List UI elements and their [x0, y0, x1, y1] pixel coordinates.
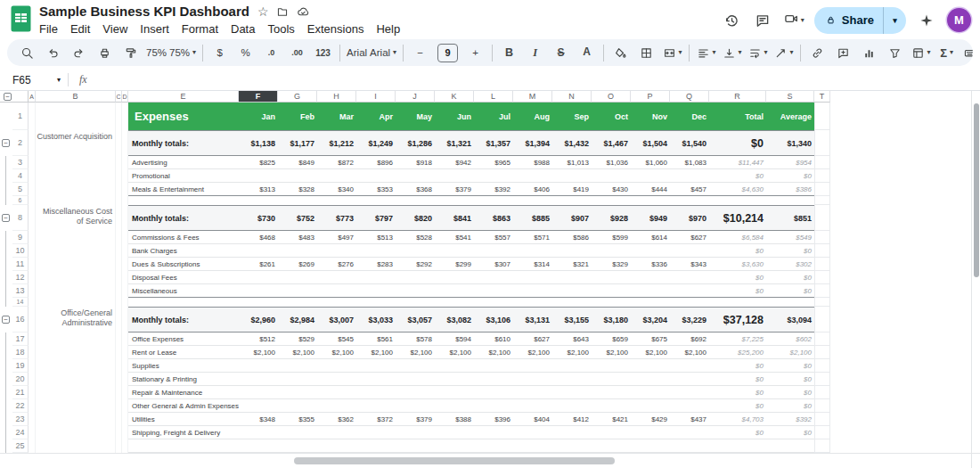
cell-T18[interactable] [814, 346, 830, 359]
cell-S5[interactable]: $386 [766, 183, 814, 196]
cell-Q8[interactable]: $970 [670, 205, 709, 231]
cell-C12[interactable] [116, 271, 122, 284]
cell-I3[interactable]: $896 [356, 156, 396, 169]
cell-T19[interactable] [814, 359, 830, 373]
cell-L14[interactable] [474, 298, 513, 307]
cell-E25[interactable] [128, 439, 239, 453]
cell-G1[interactable]: Feb [278, 103, 317, 130]
cell-K16[interactable]: $3,082 [435, 307, 474, 333]
cell-F4[interactable] [239, 169, 278, 183]
number-format-button[interactable]: 123 [310, 42, 336, 63]
collapse-all-groups-button[interactable]: − [4, 93, 12, 101]
cell-Q4[interactable] [670, 169, 709, 183]
cell-E14[interactable] [128, 298, 239, 307]
cell-H20[interactable] [317, 373, 356, 386]
cell-F19[interactable] [239, 359, 278, 373]
cell-R9[interactable]: $6,584 [709, 231, 766, 244]
row-header-9[interactable]: 9 [12, 231, 29, 244]
cell-S11[interactable]: $302 [766, 258, 814, 271]
cell-Q17[interactable]: $692 [670, 333, 709, 346]
cell-D11[interactable] [122, 258, 128, 271]
vertical-align-button[interactable]: ▾ [719, 42, 745, 63]
row-header-23[interactable]: 23 [12, 413, 29, 426]
cell-S19[interactable]: $0 [766, 359, 814, 373]
cell-K10[interactable] [435, 244, 474, 258]
increase-decimal-button[interactable]: .00 [284, 42, 310, 63]
cell-Q3[interactable]: $1,083 [670, 156, 709, 169]
cell-G10[interactable] [278, 244, 317, 258]
cell-N4[interactable] [552, 169, 592, 183]
cell-C16[interactable] [116, 307, 122, 333]
cell-I23[interactable]: $372 [356, 413, 396, 426]
select-all-corner[interactable]: − [0, 91, 29, 103]
cell-Q19[interactable] [670, 359, 709, 373]
cell-R2[interactable]: $0 [709, 130, 766, 156]
cell-O2[interactable]: $1,467 [592, 130, 631, 156]
cell-T10[interactable] [814, 244, 830, 258]
cell-P21[interactable] [631, 386, 670, 399]
share-button[interactable]: Share ▾ [814, 7, 906, 34]
cell-J4[interactable] [396, 169, 435, 183]
cell-F20[interactable] [239, 373, 278, 386]
cell-F11[interactable]: $261 [239, 258, 278, 271]
cell-T22[interactable] [814, 399, 830, 413]
cell-Q6[interactable] [670, 196, 709, 205]
menu-data[interactable]: Data [225, 21, 261, 37]
column-header-F[interactable]: F [239, 91, 278, 103]
cell-N3[interactable]: $1,013 [552, 156, 592, 169]
vertical-scrollbar[interactable] [971, 91, 980, 453]
cell-H24[interactable] [317, 426, 356, 439]
cell-B9[interactable] [36, 231, 116, 244]
column-header-Q[interactable]: Q [670, 91, 709, 103]
cell-Q1[interactable]: Dec [670, 103, 709, 130]
cell-O20[interactable] [592, 373, 631, 386]
cell-P9[interactable]: $614 [631, 231, 670, 244]
cell-K24[interactable] [435, 426, 474, 439]
cell-J22[interactable] [396, 399, 435, 413]
cell-O23[interactable]: $421 [592, 413, 631, 426]
horizontal-align-button[interactable]: ▾ [693, 42, 719, 63]
cell-G9[interactable]: $483 [278, 231, 317, 244]
input-tools-button[interactable]: ▾ [960, 42, 973, 63]
cell-Q14[interactable] [670, 298, 709, 307]
cell-G11[interactable]: $269 [278, 258, 317, 271]
cell-F9[interactable]: $468 [239, 231, 278, 244]
cell-D4[interactable] [122, 169, 128, 183]
cell-N21[interactable] [552, 386, 592, 399]
cell-M19[interactable] [513, 359, 552, 373]
cell-I14[interactable] [356, 298, 396, 307]
cell-L8[interactable]: $863 [474, 205, 513, 231]
cell-J2[interactable]: $1,286 [396, 130, 435, 156]
cell-A12[interactable] [29, 271, 36, 284]
bold-button[interactable]: B [496, 42, 522, 63]
cloud-status-icon[interactable] [297, 5, 309, 18]
cell-B16[interactable]: Office/General Administrative [36, 307, 116, 333]
cell-J11[interactable]: $292 [396, 258, 435, 271]
cell-A25[interactable] [29, 439, 36, 453]
cell-E5[interactable]: Meals & Entertainment [128, 183, 239, 196]
cell-C18[interactable] [116, 346, 122, 359]
cell-P1[interactable]: Nov [631, 103, 670, 130]
menu-file[interactable]: File [33, 21, 64, 37]
cell-O3[interactable]: $1,036 [592, 156, 631, 169]
cell-C1[interactable] [116, 103, 122, 130]
cell-L1[interactable]: Jul [474, 103, 513, 130]
row-header-22[interactable]: 22 [12, 399, 29, 413]
cell-P2[interactable]: $1,504 [631, 130, 670, 156]
cell-A17[interactable] [29, 333, 36, 346]
cell-P19[interactable] [631, 359, 670, 373]
cell-J13[interactable] [396, 284, 435, 298]
cell-B12[interactable] [36, 271, 116, 284]
cell-M1[interactable]: Aug [513, 103, 552, 130]
cell-T23[interactable] [814, 413, 830, 426]
cell-S18[interactable]: $2,100 [766, 346, 814, 359]
cell-A6[interactable] [29, 196, 36, 205]
cell-C21[interactable] [116, 386, 122, 399]
cell-K4[interactable] [435, 169, 474, 183]
cell-G3[interactable]: $849 [278, 156, 317, 169]
horizontal-scrollbar-thumb[interactable] [294, 457, 615, 464]
cell-N23[interactable]: $412 [552, 413, 592, 426]
cell-D3[interactable] [122, 156, 128, 169]
cell-E2[interactable]: Monthly totals: [128, 130, 239, 156]
cell-J9[interactable]: $528 [396, 231, 435, 244]
